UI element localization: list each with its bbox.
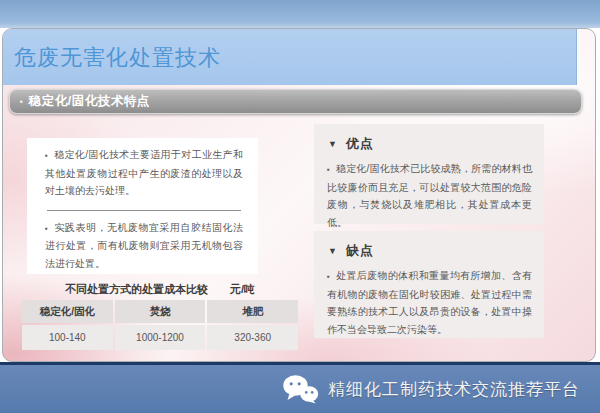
- description-paragraph-2: ▪实践表明，无机废物宜采用自胶结固化法进行处置，而有机废物则宜采用无机物包容法进…: [45, 219, 243, 273]
- triangle-marker-icon: ▼: [328, 246, 337, 256]
- slide-body: 危废无害化处置技术 ▪ 稳定化/固化技术特点 ▪稳定化/固化技术主要适用于对工业…: [2, 28, 596, 362]
- description-text-2: 实践表明，无机废物宜采用自胶结固化法进行处置，而有机废物则宜采用无机物包容法进行…: [45, 222, 243, 269]
- description-panel: ▪稳定化/固化技术主要适用于对工业生产和其他处置废物过程中产生的废渣的处理以及对…: [27, 138, 258, 274]
- disadvantages-panel: ▼ 缺点 ▪处置后废物的体积和重量均有所增加、含有有机物的废物在固化时较困难、处…: [314, 231, 544, 338]
- footer-bar: 精细化工制药技术交流推荐平台: [0, 362, 600, 413]
- disadvantages-body: ▪处置后废物的体积和重量均有所增加、含有有机物的废物在固化时较困难、处置过程中需…: [314, 260, 544, 338]
- table-cell: 100-140: [22, 325, 113, 350]
- square-bullet-icon: ▪: [327, 272, 330, 281]
- square-bullet-icon: ▪: [45, 224, 48, 233]
- cost-table-header-row: 稳定化/固化 焚烧 堆肥: [22, 300, 298, 323]
- page-title: 危废无害化处置技术: [14, 43, 221, 73]
- description-text-1: 稳定化/固化技术主要适用于对工业生产和其他处置废物过程中产生的废渣的处理以及对土…: [45, 149, 243, 196]
- section-header-bar: ▪ 稳定化/固化技术特点: [9, 89, 582, 114]
- advantages-panel: ▼ 优点 ▪稳定化/固化技术已比较成熟，所需的材料也比较廉价而且充足，可以处置较…: [314, 124, 544, 224]
- platform-name: 精细化工制药技术交流推荐平台: [328, 378, 580, 401]
- column-header: 堆肥: [207, 300, 298, 323]
- slide-screenshot: 危废无害化处置技术 ▪ 稳定化/固化技术特点 ▪稳定化/固化技术主要适用于对工业…: [0, 0, 600, 413]
- cost-table-caption: 不同处置方式的处置成本比较 元/吨: [22, 282, 298, 297]
- square-bullet-icon: ▪: [327, 165, 330, 174]
- wechat-icon: [282, 374, 319, 404]
- table-cell: 320-360: [207, 325, 298, 350]
- cost-table-value-row: 100-140 1000-1200 320-360: [22, 325, 298, 350]
- advantages-header: ▼ 优点: [314, 124, 544, 153]
- disadvantages-title: 缺点: [346, 242, 374, 260]
- section-title: 稳定化/固化技术特点: [29, 93, 150, 110]
- square-bullet-icon: ▪: [45, 151, 48, 160]
- divider-line: [47, 210, 241, 211]
- title-band: 危废无害化处置技术: [3, 29, 577, 85]
- square-bullet-icon: ▪: [20, 97, 23, 106]
- advantages-body: ▪稳定化/固化技术已比较成熟，所需的材料也比较廉价而且充足，可以处置较大范围的危…: [314, 153, 544, 231]
- advantages-text: 稳定化/固化技术已比较成熟，所需的材料也比较廉价而且充足，可以处置较大范围的危险…: [327, 163, 532, 228]
- column-header: 稳定化/固化: [22, 300, 113, 323]
- triangle-marker-icon: ▼: [328, 139, 337, 149]
- top-blue-strip: [0, 0, 600, 28]
- cost-table-unit: 元/吨: [230, 282, 255, 297]
- cost-table: 稳定化/固化 焚烧 堆肥 100-140 1000-1200 320-360: [22, 300, 298, 352]
- disadvantages-text: 处置后废物的体积和重量均有所增加、含有有机物的废物在固化时较困难、处置过程中需要…: [327, 270, 532, 335]
- column-header: 焚烧: [115, 300, 206, 323]
- advantages-title: 优点: [346, 135, 374, 153]
- cost-table-title: 不同处置方式的处置成本比较: [65, 282, 208, 297]
- disadvantages-header: ▼ 缺点: [314, 231, 544, 260]
- description-panel-body: ▪稳定化/固化技术主要适用于对工业生产和其他处置废物过程中产生的废渣的处理以及对…: [27, 138, 258, 272]
- table-cell: 1000-1200: [115, 325, 206, 350]
- description-paragraph-1: ▪稳定化/固化技术主要适用于对工业生产和其他处置废物过程中产生的废渣的处理以及对…: [45, 146, 243, 200]
